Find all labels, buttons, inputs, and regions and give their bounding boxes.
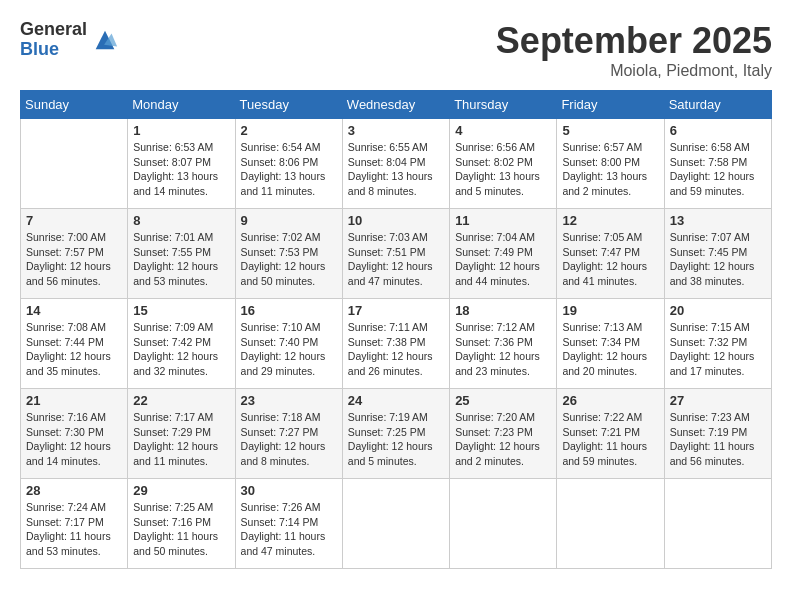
header-saturday: Saturday: [664, 91, 771, 119]
day-number: 19: [562, 303, 658, 318]
day-info: Sunrise: 6:58 AM Sunset: 7:58 PM Dayligh…: [670, 140, 766, 199]
logo-blue: Blue: [20, 40, 87, 60]
calendar-body: 1Sunrise: 6:53 AM Sunset: 8:07 PM Daylig…: [21, 119, 772, 569]
month-title: September 2025: [496, 20, 772, 62]
day-info: Sunrise: 7:00 AM Sunset: 7:57 PM Dayligh…: [26, 230, 122, 289]
logo: General Blue: [20, 20, 119, 60]
day-number: 20: [670, 303, 766, 318]
calendar-cell: 27Sunrise: 7:23 AM Sunset: 7:19 PM Dayli…: [664, 389, 771, 479]
day-info: Sunrise: 7:07 AM Sunset: 7:45 PM Dayligh…: [670, 230, 766, 289]
calendar-cell: 23Sunrise: 7:18 AM Sunset: 7:27 PM Dayli…: [235, 389, 342, 479]
day-number: 9: [241, 213, 337, 228]
calendar-cell: 15Sunrise: 7:09 AM Sunset: 7:42 PM Dayli…: [128, 299, 235, 389]
day-info: Sunrise: 7:08 AM Sunset: 7:44 PM Dayligh…: [26, 320, 122, 379]
day-number: 16: [241, 303, 337, 318]
calendar-cell: 2Sunrise: 6:54 AM Sunset: 8:06 PM Daylig…: [235, 119, 342, 209]
day-info: Sunrise: 7:12 AM Sunset: 7:36 PM Dayligh…: [455, 320, 551, 379]
calendar-table: SundayMondayTuesdayWednesdayThursdayFrid…: [20, 90, 772, 569]
calendar-cell: 17Sunrise: 7:11 AM Sunset: 7:38 PM Dayli…: [342, 299, 449, 389]
calendar-cell: [342, 479, 449, 569]
day-number: 17: [348, 303, 444, 318]
calendar-cell: 30Sunrise: 7:26 AM Sunset: 7:14 PM Dayli…: [235, 479, 342, 569]
calendar-cell: 20Sunrise: 7:15 AM Sunset: 7:32 PM Dayli…: [664, 299, 771, 389]
day-info: Sunrise: 7:13 AM Sunset: 7:34 PM Dayligh…: [562, 320, 658, 379]
day-info: Sunrise: 7:05 AM Sunset: 7:47 PM Dayligh…: [562, 230, 658, 289]
calendar-cell: 26Sunrise: 7:22 AM Sunset: 7:21 PM Dayli…: [557, 389, 664, 479]
calendar-cell: [450, 479, 557, 569]
calendar-cell: 25Sunrise: 7:20 AM Sunset: 7:23 PM Dayli…: [450, 389, 557, 479]
day-number: 4: [455, 123, 551, 138]
day-info: Sunrise: 7:02 AM Sunset: 7:53 PM Dayligh…: [241, 230, 337, 289]
day-number: 29: [133, 483, 229, 498]
day-info: Sunrise: 7:11 AM Sunset: 7:38 PM Dayligh…: [348, 320, 444, 379]
calendar-cell: 16Sunrise: 7:10 AM Sunset: 7:40 PM Dayli…: [235, 299, 342, 389]
day-info: Sunrise: 6:55 AM Sunset: 8:04 PM Dayligh…: [348, 140, 444, 199]
day-info: Sunrise: 7:25 AM Sunset: 7:16 PM Dayligh…: [133, 500, 229, 559]
day-number: 7: [26, 213, 122, 228]
location: Moiola, Piedmont, Italy: [496, 62, 772, 80]
header-thursday: Thursday: [450, 91, 557, 119]
calendar-cell: 14Sunrise: 7:08 AM Sunset: 7:44 PM Dayli…: [21, 299, 128, 389]
calendar-cell: 19Sunrise: 7:13 AM Sunset: 7:34 PM Dayli…: [557, 299, 664, 389]
calendar-cell: 9Sunrise: 7:02 AM Sunset: 7:53 PM Daylig…: [235, 209, 342, 299]
day-info: Sunrise: 7:22 AM Sunset: 7:21 PM Dayligh…: [562, 410, 658, 469]
calendar-cell: 5Sunrise: 6:57 AM Sunset: 8:00 PM Daylig…: [557, 119, 664, 209]
day-info: Sunrise: 7:16 AM Sunset: 7:30 PM Dayligh…: [26, 410, 122, 469]
day-number: 11: [455, 213, 551, 228]
calendar-cell: 12Sunrise: 7:05 AM Sunset: 7:47 PM Dayli…: [557, 209, 664, 299]
day-number: 21: [26, 393, 122, 408]
day-number: 24: [348, 393, 444, 408]
day-info: Sunrise: 7:04 AM Sunset: 7:49 PM Dayligh…: [455, 230, 551, 289]
header-friday: Friday: [557, 91, 664, 119]
day-info: Sunrise: 7:01 AM Sunset: 7:55 PM Dayligh…: [133, 230, 229, 289]
calendar-week-row: 1Sunrise: 6:53 AM Sunset: 8:07 PM Daylig…: [21, 119, 772, 209]
day-number: 12: [562, 213, 658, 228]
calendar-cell: 10Sunrise: 7:03 AM Sunset: 7:51 PM Dayli…: [342, 209, 449, 299]
day-number: 14: [26, 303, 122, 318]
day-number: 10: [348, 213, 444, 228]
calendar-cell: 8Sunrise: 7:01 AM Sunset: 7:55 PM Daylig…: [128, 209, 235, 299]
calendar-cell: 22Sunrise: 7:17 AM Sunset: 7:29 PM Dayli…: [128, 389, 235, 479]
header-tuesday: Tuesday: [235, 91, 342, 119]
calendar-header-row: SundayMondayTuesdayWednesdayThursdayFrid…: [21, 91, 772, 119]
calendar-cell: 24Sunrise: 7:19 AM Sunset: 7:25 PM Dayli…: [342, 389, 449, 479]
calendar-cell: 29Sunrise: 7:25 AM Sunset: 7:16 PM Dayli…: [128, 479, 235, 569]
page-header: General Blue September 2025 Moiola, Pied…: [20, 20, 772, 80]
calendar-cell: 6Sunrise: 6:58 AM Sunset: 7:58 PM Daylig…: [664, 119, 771, 209]
day-info: Sunrise: 7:26 AM Sunset: 7:14 PM Dayligh…: [241, 500, 337, 559]
calendar-cell: 7Sunrise: 7:00 AM Sunset: 7:57 PM Daylig…: [21, 209, 128, 299]
logo-icon: [91, 26, 119, 54]
day-number: 25: [455, 393, 551, 408]
day-info: Sunrise: 6:53 AM Sunset: 8:07 PM Dayligh…: [133, 140, 229, 199]
calendar-cell: 3Sunrise: 6:55 AM Sunset: 8:04 PM Daylig…: [342, 119, 449, 209]
calendar-cell: 4Sunrise: 6:56 AM Sunset: 8:02 PM Daylig…: [450, 119, 557, 209]
day-info: Sunrise: 6:57 AM Sunset: 8:00 PM Dayligh…: [562, 140, 658, 199]
header-sunday: Sunday: [21, 91, 128, 119]
calendar-cell: 28Sunrise: 7:24 AM Sunset: 7:17 PM Dayli…: [21, 479, 128, 569]
day-number: 15: [133, 303, 229, 318]
day-info: Sunrise: 7:19 AM Sunset: 7:25 PM Dayligh…: [348, 410, 444, 469]
day-number: 1: [133, 123, 229, 138]
day-info: Sunrise: 7:24 AM Sunset: 7:17 PM Dayligh…: [26, 500, 122, 559]
day-number: 23: [241, 393, 337, 408]
day-number: 30: [241, 483, 337, 498]
day-info: Sunrise: 6:54 AM Sunset: 8:06 PM Dayligh…: [241, 140, 337, 199]
header-wednesday: Wednesday: [342, 91, 449, 119]
title-block: September 2025 Moiola, Piedmont, Italy: [496, 20, 772, 80]
calendar-cell: [557, 479, 664, 569]
day-number: 13: [670, 213, 766, 228]
day-info: Sunrise: 7:10 AM Sunset: 7:40 PM Dayligh…: [241, 320, 337, 379]
calendar-week-row: 14Sunrise: 7:08 AM Sunset: 7:44 PM Dayli…: [21, 299, 772, 389]
header-monday: Monday: [128, 91, 235, 119]
calendar-week-row: 21Sunrise: 7:16 AM Sunset: 7:30 PM Dayli…: [21, 389, 772, 479]
calendar-week-row: 7Sunrise: 7:00 AM Sunset: 7:57 PM Daylig…: [21, 209, 772, 299]
day-number: 26: [562, 393, 658, 408]
day-number: 27: [670, 393, 766, 408]
day-info: Sunrise: 7:15 AM Sunset: 7:32 PM Dayligh…: [670, 320, 766, 379]
day-number: 3: [348, 123, 444, 138]
day-info: Sunrise: 7:23 AM Sunset: 7:19 PM Dayligh…: [670, 410, 766, 469]
calendar-cell: 13Sunrise: 7:07 AM Sunset: 7:45 PM Dayli…: [664, 209, 771, 299]
day-number: 18: [455, 303, 551, 318]
day-number: 28: [26, 483, 122, 498]
logo-text: General Blue: [20, 20, 87, 60]
